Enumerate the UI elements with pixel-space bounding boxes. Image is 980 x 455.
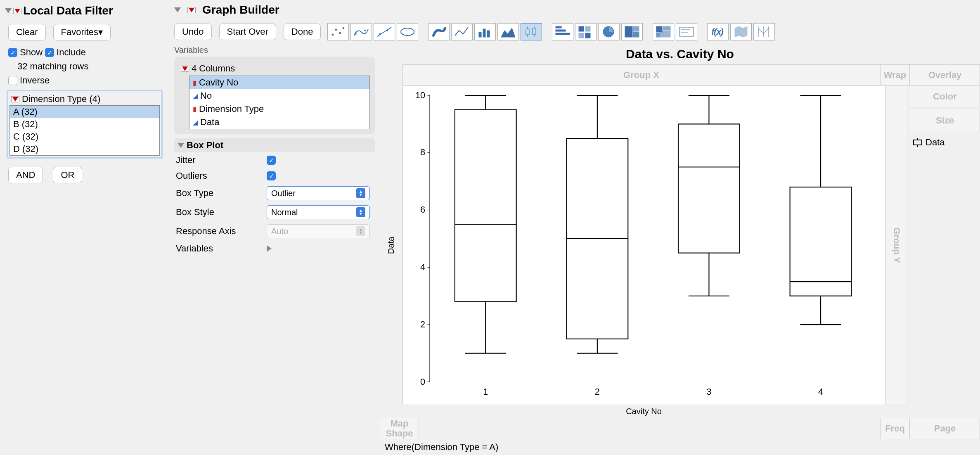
filter-item-c[interactable]: C (32) (10, 130, 159, 143)
columns-list[interactable]: ▮Cavity No ◢No ▮Dimension Type ◢Data (189, 76, 370, 129)
or-button[interactable]: OR (53, 167, 82, 183)
svg-rect-29 (633, 26, 639, 31)
histogram-icon[interactable] (552, 23, 573, 40)
scatter-icon[interactable] (327, 23, 349, 40)
map-shape-zone[interactable]: Map Shape (380, 418, 419, 439)
boxplot-icon[interactable] (521, 23, 542, 40)
disclosure-icon[interactable] (5, 8, 12, 13)
nominal-icon: ▮ (193, 105, 196, 113)
svg-rect-20 (556, 33, 570, 35)
pie-icon[interactable] (598, 23, 620, 40)
svg-text:2: 2 (595, 386, 600, 397)
variables-label: Variables (174, 44, 375, 57)
svg-text:0: 0 (420, 376, 425, 386)
continuous-icon: ◢ (193, 118, 198, 126)
wrap-zone[interactable]: Wrap (880, 64, 910, 86)
legend: Data (910, 134, 980, 151)
nominal-icon: ▮ (193, 79, 196, 87)
treemap-icon[interactable] (621, 23, 643, 40)
size-zone[interactable]: Size (910, 110, 980, 131)
svg-rect-11 (483, 29, 485, 37)
columns-box: 4 Columns ▮Cavity No ◢No ▮Dimension Type… (174, 57, 375, 134)
red-disclosure-icon[interactable] (181, 66, 189, 72)
line-icon[interactable] (451, 23, 473, 40)
favorites-button[interactable]: Favorites▾ (53, 24, 111, 40)
svg-rect-10 (479, 32, 481, 37)
formula-icon[interactable]: f(x) (707, 23, 729, 40)
svg-rect-24 (585, 26, 590, 31)
svg-text:1: 1 (483, 386, 488, 397)
include-checkbox[interactable]: ✓ (45, 48, 54, 57)
jitter-label: Jitter (176, 155, 267, 166)
caption-icon[interactable] (676, 23, 697, 40)
box-style-select[interactable]: Normal▲▼ (267, 205, 370, 219)
parallel-icon[interactable] (753, 23, 775, 40)
filter-item-d[interactable]: D (32) (10, 143, 159, 155)
red-disclosure-icon[interactable] (13, 8, 21, 14)
smoother-icon[interactable] (350, 23, 372, 40)
inverse-checkbox[interactable]: ✓ (8, 76, 17, 85)
box-style-label: Box Style (176, 207, 267, 218)
done-button[interactable]: Done (284, 24, 321, 40)
svg-point-2 (339, 32, 341, 34)
svg-rect-32 (663, 26, 670, 30)
boxplot-legend-icon (913, 140, 922, 145)
and-button[interactable]: AND (8, 167, 43, 183)
svg-rect-25 (579, 33, 584, 38)
svg-point-3 (343, 27, 344, 29)
svg-point-9 (401, 28, 414, 36)
freq-zone[interactable]: Freq (880, 418, 910, 439)
mosaic-icon[interactable] (653, 23, 674, 40)
col-dimension-type[interactable]: ▮Dimension Type (189, 102, 369, 116)
start-over-button[interactable]: Start Over (219, 24, 276, 40)
y-axis-label: Data (386, 237, 396, 254)
red-disclosure-icon[interactable] (187, 7, 196, 13)
overlay-zone[interactable]: Overlay (910, 64, 980, 86)
clear-button[interactable]: Clear (8, 24, 46, 40)
dimension-filter-box: Dimension Type (4) A (32) B (32) C (32) … (7, 90, 163, 159)
continuous-icon: ◢ (193, 92, 198, 100)
bar-icon[interactable] (474, 23, 496, 40)
svg-text:6: 6 (420, 204, 425, 215)
col-no[interactable]: ◢No (189, 89, 369, 102)
svg-rect-14 (526, 29, 529, 35)
undo-button[interactable]: Undo (174, 24, 212, 40)
color-zone[interactable]: Color (910, 86, 980, 107)
box-type-select[interactable]: Outlier▲▼ (267, 186, 370, 200)
svg-rect-35 (679, 27, 694, 36)
dimension-list[interactable]: A (32) B (32) C (32) D (32) (9, 105, 160, 156)
chart-plot-area[interactable]: 02468101234 (402, 86, 886, 405)
show-checkbox[interactable]: ✓ (8, 48, 17, 57)
col-data[interactable]: ◢Data (189, 116, 369, 129)
ellipse-icon[interactable] (397, 23, 418, 40)
col-cavity-no[interactable]: ▮Cavity No (189, 76, 369, 89)
svg-rect-28 (625, 26, 632, 37)
group-x-zone[interactable]: Group X (402, 64, 880, 86)
red-disclosure-icon[interactable] (11, 96, 19, 102)
jitter-checkbox[interactable]: ✓ (267, 156, 276, 165)
heatmap-icon[interactable] (575, 23, 597, 40)
outliers-checkbox[interactable]: ✓ (267, 171, 276, 180)
svg-point-5 (365, 30, 366, 31)
dimension-type-label: Dimension Type (4) (22, 94, 100, 104)
svg-point-1 (335, 29, 337, 31)
filter-item-b[interactable]: B (32) (10, 118, 159, 130)
disclosure-icon[interactable] (178, 143, 184, 148)
contour-icon[interactable] (428, 23, 450, 40)
svg-rect-33 (656, 33, 660, 37)
filter-item-a[interactable]: A (32) (10, 106, 159, 118)
fit-icon[interactable] (374, 23, 395, 40)
svg-text:f(x): f(x) (712, 27, 724, 36)
variables-prop-label: Variables (176, 243, 267, 254)
svg-rect-12 (487, 31, 490, 37)
svg-text:4: 4 (420, 262, 425, 272)
svg-text:2: 2 (420, 319, 425, 329)
map-icon[interactable] (730, 23, 752, 40)
group-y-zone[interactable]: Group Y (886, 86, 907, 405)
expand-icon[interactable] (267, 245, 272, 252)
page-zone[interactable]: Page (910, 418, 980, 439)
disclosure-icon[interactable] (174, 7, 181, 12)
svg-marker-13 (501, 28, 515, 37)
svg-rect-34 (661, 31, 670, 37)
area-icon[interactable] (497, 23, 519, 40)
